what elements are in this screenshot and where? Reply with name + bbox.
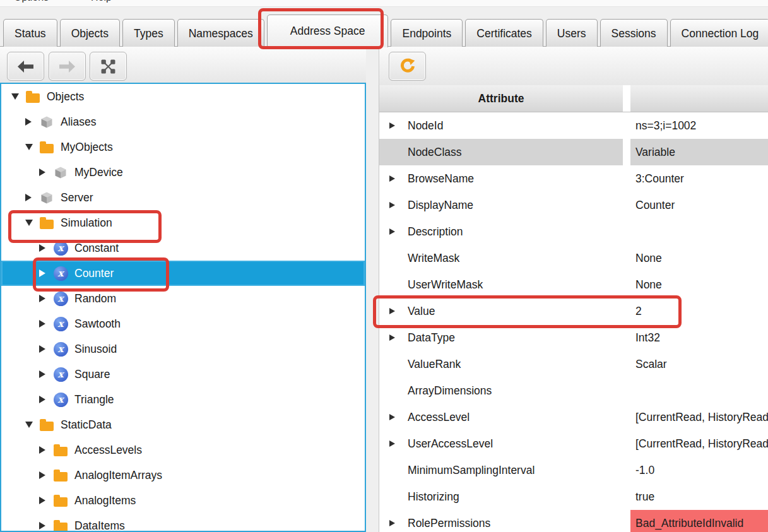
attribute-value-cell: -1.0 (630, 457, 768, 483)
attr-row-historizing[interactable]: Historizingtrue (379, 483, 768, 510)
tree-item-analogitemarrays[interactable]: AnalogItemArrays (1, 463, 365, 488)
tree-item-sawtooth[interactable]: xSawtooth (1, 311, 365, 336)
attr-row-minimumsamplinginterval[interactable]: MinimumSamplingInterval-1.0 (379, 457, 768, 483)
attribute-value-cell: [CurrentRead, HistoryRead] (630, 404, 768, 430)
attribute-name: NodeId (408, 119, 443, 133)
chevron-right-icon[interactable] (39, 396, 50, 403)
chevron-right-icon[interactable] (389, 122, 395, 129)
tree-item-staticdata[interactable]: StaticData (1, 412, 365, 437)
attr-row-browsename[interactable]: BrowseName3:Counter (379, 165, 768, 192)
chevron-right-icon[interactable] (389, 414, 395, 420)
variable-icon: x (53, 316, 68, 331)
chevron-right-icon[interactable] (389, 308, 395, 314)
tree-item-analogitems[interactable]: AnalogItems (1, 488, 365, 513)
chevron-right-icon[interactable] (39, 168, 50, 176)
tab-types[interactable]: Types (122, 19, 175, 47)
attribute-name-cell: NodeClass (379, 139, 623, 165)
attr-row-datatype[interactable]: DataTypeInt32 (379, 324, 768, 351)
tree-item-constant[interactable]: xConstant (1, 235, 365, 261)
forward-button[interactable] (49, 52, 86, 81)
tab-connection-log[interactable]: Connection Log (670, 19, 768, 47)
tree-item-dataitems[interactable]: DataItems (1, 513, 365, 532)
attr-row-accesslevel[interactable]: AccessLevel[CurrentRead, HistoryRead] (379, 404, 768, 430)
tree-item-objects[interactable]: Objects (1, 84, 365, 109)
chevron-right-icon[interactable] (39, 269, 50, 277)
tree-item-random[interactable]: xRandom (1, 286, 365, 311)
tree-item-simulation[interactable]: Simulation (1, 210, 365, 235)
attr-row-value[interactable]: Value2 (379, 298, 768, 324)
chevron-right-icon[interactable] (389, 440, 395, 447)
tree-item-label: Square (74, 368, 110, 381)
tab-certificates[interactable]: Certificates (465, 19, 543, 47)
chevron-right-icon[interactable] (39, 370, 50, 378)
attribute-value-cell: 3:Counter (630, 165, 768, 192)
tab-endpoints[interactable]: Endpoints (391, 19, 463, 47)
menu-item-help[interactable]: Help (91, 0, 112, 3)
attr-row-nodeid[interactable]: NodeIdns=3;i=1002 (379, 112, 768, 139)
attribute-name-cell: UserAccessLevel (379, 430, 623, 457)
tree-item-triangle[interactable]: xTriangle (1, 387, 365, 412)
chevron-right-icon[interactable] (39, 446, 50, 454)
chevron-right-icon[interactable] (39, 471, 50, 479)
tree-item-accesslevels[interactable]: AccessLevels (1, 437, 365, 463)
tree-item-mydevice[interactable]: MyDevice (1, 160, 365, 185)
chevron-right-icon[interactable] (389, 175, 395, 182)
attr-row-displayname[interactable]: DisplayNameCounter (379, 192, 768, 218)
tab-sessions[interactable]: Sessions (600, 19, 668, 47)
tree-item-label: MyDevice (74, 166, 123, 179)
attr-row-writemask[interactable]: WriteMaskNone (379, 245, 768, 271)
chevron-right-icon[interactable] (39, 244, 50, 252)
tab-namespaces[interactable]: Namespaces (177, 19, 264, 47)
chevron-right-icon[interactable] (389, 520, 395, 526)
tree-item-label: MyObjects (61, 141, 113, 154)
refresh-icon (399, 58, 416, 74)
attributes-table-body: NodeIdns=3;i=1002NodeClassVariableBrowse… (379, 112, 768, 532)
node-graph-icon (100, 59, 116, 74)
chevron-right-icon[interactable] (39, 345, 50, 353)
attribute-value-cell: None (630, 245, 768, 271)
attribute-value-cell: [CurrentRead, HistoryRead] (630, 430, 768, 457)
attr-row-nodeclass[interactable]: NodeClassVariable (379, 139, 768, 165)
attribute-name: DisplayName (408, 199, 473, 212)
chevron-down-icon[interactable] (25, 220, 37, 226)
tree-item-server[interactable]: Server (1, 185, 365, 210)
tab-users[interactable]: Users (546, 19, 598, 47)
tree-item-sinusoid[interactable]: xSinusoid (1, 336, 365, 362)
chevron-down-icon[interactable] (25, 422, 37, 428)
chevron-right-icon[interactable] (389, 228, 395, 235)
attr-row-arraydimensions[interactable]: ArrayDimensions (379, 377, 768, 404)
tab-address-space[interactable]: Address Space (267, 15, 389, 47)
chevron-right-icon[interactable] (25, 118, 37, 126)
chevron-right-icon[interactable] (39, 320, 50, 328)
tree-item-myobjects[interactable]: MyObjects (1, 134, 365, 160)
value-column-header (630, 85, 768, 112)
chevron-down-icon[interactable] (11, 93, 23, 100)
attr-row-valuerank[interactable]: ValueRankScalar (379, 351, 768, 377)
tab-bar: StatusObjectsTypesNamespacesAddress Spac… (3, 13, 768, 47)
tree-item-square[interactable]: xSquare (1, 362, 365, 387)
attribute-value-cell: ns=3;i=1002 (630, 112, 768, 139)
attribute-name-cell: DataType (379, 324, 623, 351)
tree-item-counter[interactable]: xCounter (1, 261, 365, 286)
chevron-right-icon[interactable] (389, 202, 395, 208)
back-button[interactable] (7, 52, 44, 81)
chevron-right-icon[interactable] (389, 334, 395, 341)
attr-row-userwritemask[interactable]: UserWriteMaskNone (379, 271, 768, 298)
refresh-button[interactable] (389, 52, 426, 81)
menu-item-options[interactable]: Options (14, 0, 49, 3)
tree-item-aliases[interactable]: Aliases (1, 109, 365, 134)
node-graph-button[interactable] (90, 52, 127, 81)
chevron-down-icon[interactable] (25, 144, 37, 150)
attribute-name: Historizing (408, 490, 459, 504)
attr-row-useraccesslevel[interactable]: UserAccessLevel[CurrentRead, HistoryRead… (379, 430, 768, 457)
tree-item-label: AnalogItems (74, 494, 136, 507)
chevron-right-icon[interactable] (39, 522, 50, 529)
attribute-value-cell (630, 218, 768, 245)
attr-row-description[interactable]: Description (379, 218, 768, 245)
chevron-right-icon[interactable] (39, 295, 50, 302)
tab-objects[interactable]: Objects (60, 19, 120, 47)
tab-status[interactable]: Status (3, 19, 57, 47)
chevron-right-icon[interactable] (39, 497, 50, 504)
attr-row-rolepermissions[interactable]: RolePermissionsBad_AttributeIdInvalid (379, 510, 768, 532)
chevron-right-icon[interactable] (25, 194, 37, 201)
